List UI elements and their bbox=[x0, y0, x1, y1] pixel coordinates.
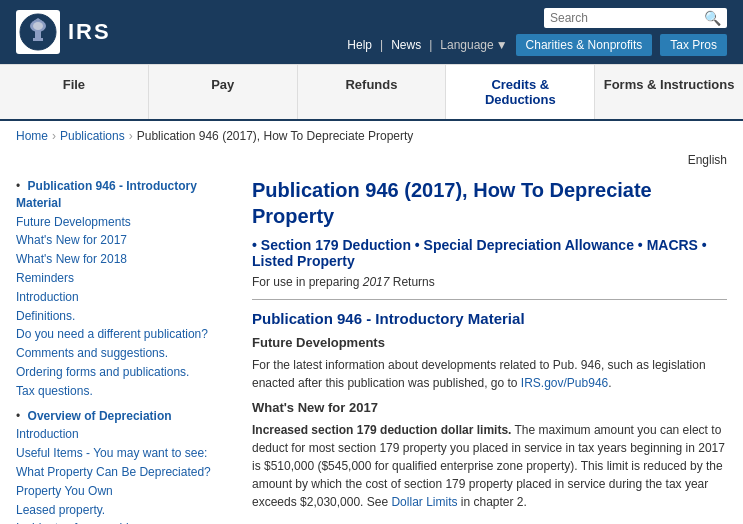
sidebar-link-tax-questions[interactable]: Tax questions. bbox=[16, 384, 93, 398]
sidebar-link-useful-items[interactable]: Useful Items - You may want to see: bbox=[16, 446, 207, 460]
language-link[interactable]: Language ▼ bbox=[440, 38, 507, 52]
sidebar-section-introductory: Publication 946 - Introductory Material bbox=[16, 177, 236, 213]
nav-item-refunds[interactable]: Refunds bbox=[298, 65, 447, 119]
intro-section-title: Publication 946 - Introductory Material bbox=[252, 310, 727, 327]
sidebar-section-overview: Overview of Depreciation bbox=[16, 407, 236, 426]
tax-pros-button[interactable]: Tax Pros bbox=[660, 34, 727, 56]
publication-use-text: For use in preparing 2017 Returns bbox=[252, 275, 727, 289]
dollar-limits-link[interactable]: Dollar Limits bbox=[391, 495, 457, 509]
publication-title: Publication 946 (2017), How To Depreciat… bbox=[252, 177, 727, 229]
language-indicator: English bbox=[0, 151, 743, 169]
svg-rect-5 bbox=[35, 30, 41, 38]
search-button[interactable]: 🔍 bbox=[704, 10, 721, 26]
sidebar-link-property-you-own[interactable]: Property You Own bbox=[16, 484, 113, 498]
header-right: 🔍 Help | News | Language ▼ Charities & N… bbox=[347, 8, 727, 56]
logo-area: 🦅 IRS bbox=[16, 10, 111, 54]
sidebar-link-different-pub[interactable]: Do you need a different publication? bbox=[16, 327, 208, 341]
svg-point-3 bbox=[33, 22, 43, 30]
whats-new-text: Increased section 179 deduction dollar l… bbox=[252, 421, 727, 511]
list-item: Introduction bbox=[16, 288, 236, 307]
main-navigation: File Pay Refunds Credits & Deductions Fo… bbox=[0, 64, 743, 121]
breadcrumb-publications[interactable]: Publications bbox=[60, 129, 125, 143]
list-item: Future Developments bbox=[16, 213, 236, 232]
breadcrumb-current: Publication 946 (2017), How To Depreciat… bbox=[137, 129, 414, 143]
sep2: | bbox=[429, 38, 432, 52]
irs-brand-text: IRS bbox=[68, 19, 111, 45]
charities-nonprofits-button[interactable]: Charities & Nonprofits bbox=[516, 34, 653, 56]
sidebar-link-introduction[interactable]: Introduction bbox=[16, 290, 79, 304]
breadcrumb: Home › Publications › Publication 946 (2… bbox=[0, 121, 743, 151]
list-item: Definitions. bbox=[16, 307, 236, 326]
search-input[interactable] bbox=[550, 11, 700, 25]
future-dev-link[interactable]: IRS.gov/Pub946 bbox=[521, 376, 608, 390]
whats-new-section: What's New for 2017 Increased section 17… bbox=[252, 400, 727, 511]
list-item: Ordering forms and publications. bbox=[16, 363, 236, 382]
sidebar-link-comments[interactable]: Comments and suggestions. bbox=[16, 346, 168, 360]
help-link[interactable]: Help bbox=[347, 38, 372, 52]
main-article: Publication 946 (2017), How To Depreciat… bbox=[252, 169, 727, 524]
list-item: What's New for 2017 bbox=[16, 231, 236, 250]
whats-new-bold: Increased section 179 deduction dollar l… bbox=[252, 423, 511, 437]
breadcrumb-home[interactable]: Home bbox=[16, 129, 48, 143]
sep1: | bbox=[380, 38, 383, 52]
nav-item-credits-deductions[interactable]: Credits & Deductions bbox=[446, 65, 595, 119]
list-item: Introduction bbox=[16, 425, 236, 444]
list-item: Incidents of ownership. bbox=[16, 519, 236, 524]
sidebar-link-whats-new-2017[interactable]: What's New for 2017 bbox=[16, 233, 127, 247]
future-dev-title: Future Developments bbox=[252, 335, 727, 350]
sidebar-link-intro2[interactable]: Introduction bbox=[16, 427, 79, 441]
sidebar-link-leased[interactable]: Leased property. bbox=[16, 503, 105, 517]
nav-item-forms-instructions[interactable]: Forms & Instructions bbox=[595, 65, 743, 119]
news-link[interactable]: News bbox=[391, 38, 421, 52]
breadcrumb-sep2: › bbox=[129, 129, 133, 143]
sidebar: Publication 946 - Introductory Material … bbox=[16, 169, 236, 524]
site-header: 🦅 IRS 🔍 Help | News | Language ▼ Chariti… bbox=[0, 0, 743, 64]
list-item: Do you need a different publication? bbox=[16, 325, 236, 344]
list-item: Tax questions. bbox=[16, 382, 236, 401]
svg-rect-6 bbox=[33, 38, 43, 41]
list-item: Reminders bbox=[16, 269, 236, 288]
future-dev-text: For the latest information about develop… bbox=[252, 356, 727, 392]
sidebar-link-future-dev[interactable]: Future Developments bbox=[16, 215, 131, 229]
sidebar-link-ordering[interactable]: Ordering forms and publications. bbox=[16, 365, 189, 379]
search-bar: 🔍 bbox=[544, 8, 727, 28]
content-wrapper: Publication 946 - Introductory Material … bbox=[0, 169, 743, 524]
sidebar-link-what-property[interactable]: What Property Can Be Depreciated? bbox=[16, 465, 211, 479]
irs-logo-icon: 🦅 bbox=[16, 10, 60, 54]
nav-item-file[interactable]: File bbox=[0, 65, 149, 119]
sidebar-link-reminders[interactable]: Reminders bbox=[16, 271, 74, 285]
list-item: What's New for 2018 bbox=[16, 250, 236, 269]
publication-subtitle: • Section 179 Deduction • Special Deprec… bbox=[252, 237, 727, 269]
sidebar-link-overview[interactable]: Overview of Depreciation bbox=[28, 409, 172, 423]
list-item: What Property Can Be Depreciated? bbox=[16, 463, 236, 482]
whats-new-title: What's New for 2017 bbox=[252, 400, 727, 415]
breadcrumb-sep1: › bbox=[52, 129, 56, 143]
list-item: Property You Own bbox=[16, 482, 236, 501]
sidebar-link-whats-new-2018[interactable]: What's New for 2018 bbox=[16, 252, 127, 266]
list-item: Comments and suggestions. bbox=[16, 344, 236, 363]
sidebar-link-introductory-material[interactable]: Publication 946 - Introductory Material bbox=[16, 179, 197, 210]
list-item: Leased property. bbox=[16, 501, 236, 520]
top-links: Help | News | Language ▼ Charities & Non… bbox=[347, 34, 727, 56]
divider bbox=[252, 299, 727, 300]
nav-item-pay[interactable]: Pay bbox=[149, 65, 298, 119]
sidebar-link-definitions[interactable]: Definitions. bbox=[16, 309, 75, 323]
list-item: Useful Items - You may want to see: bbox=[16, 444, 236, 463]
